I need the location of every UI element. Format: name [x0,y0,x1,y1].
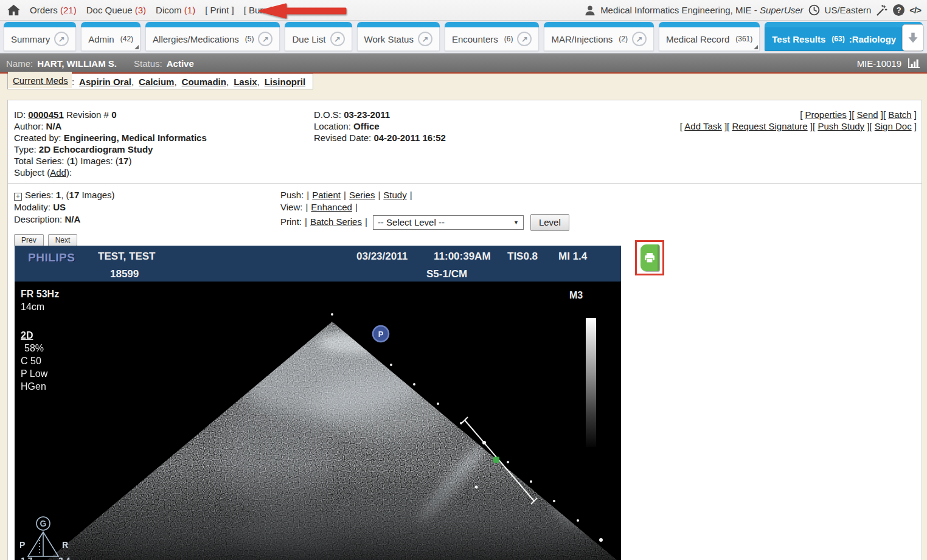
push-label: Push: [280,190,304,200]
us-tis: TIS0.8 [507,251,538,263]
clock-icon[interactable] [808,4,820,16]
expand-series-icon[interactable]: + [14,193,22,201]
document-id-link[interactable]: 0000451 [28,109,63,120]
us-compress: C 50 [21,356,41,367]
level-button[interactable]: Level [530,214,569,231]
magic-wand-icon[interactable] [876,4,888,16]
orientation-value-1: 1.7 [21,556,33,560]
down-arrow-icon [906,30,920,45]
popup-icon[interactable]: ↗ [517,32,532,46]
tab-medical-record[interactable]: Medical Record(361) [659,22,760,51]
med-link[interactable]: Lasix [234,77,260,87]
code-icon[interactable]: </> [909,5,921,15]
dicom-image-viewport[interactable]: PHILIPS TEST, TEST 18599 03/23/2011 11:0… [15,246,621,560]
request-signature-link[interactable]: Request Signature [732,121,807,131]
popup-icon[interactable]: ↗ [258,32,273,46]
tab-label: MAR/Injections [551,34,613,44]
section-divider [8,183,922,184]
images-label: Images: [80,156,113,166]
dos-label: D.O.S: [314,109,341,120]
doc-queue-link[interactable]: Doc Queue (3) [86,5,146,15]
id-label: ID: [14,109,26,120]
next-button[interactable]: Next [48,234,78,246]
popup-icon[interactable]: ↗ [330,32,345,46]
images-value: 17 [119,156,129,166]
us-mi: MI 1.4 [558,251,587,263]
revised-value: 04-20-2011 16:52 [373,133,445,143]
bar-chart-icon[interactable] [908,58,921,69]
subject-colon: : [69,167,72,178]
series-number: 1 [56,190,61,200]
tab-label: Allergies/Medications [153,34,239,44]
tab-due-list[interactable]: Due List ↗ [285,22,352,51]
document-info: ID: 0000451 Revision # 0 Author: N/A Cre… [14,109,207,178]
med-link[interactable]: Aspirin Oral [79,77,134,87]
tab-label: Encounters [452,34,498,44]
caliper-point[interactable] [493,457,499,463]
orders-count: (21) [60,5,77,15]
push-study-link[interactable]: Push Study [818,121,864,131]
burn-link[interactable]: [ Burn ] [244,5,273,15]
select-arrow-icon: ▼ [513,216,519,229]
tab-label-2: :Radiology [849,34,897,44]
push-series-link[interactable]: Series [349,190,375,200]
timezone-label: US/Eastern [825,5,872,15]
us-image-area: P G P R 1.7 3.4 [15,282,621,560]
series-label: Series: [25,190,54,200]
dicom-link[interactable]: Dicom (1) [156,5,195,15]
location-value: Office [353,121,380,131]
add-task-link[interactable]: Add Task [684,121,721,131]
med-link[interactable]: Coumadin [182,77,229,87]
grayscale-bar [586,318,596,447]
popup-icon[interactable]: ↗ [632,32,647,46]
orientation-p-label: P [19,540,25,550]
print-annotation-box [635,240,664,275]
view-enhanced-link[interactable]: Enhanced [311,202,352,212]
dos-value: 03-23-2011 [344,109,390,120]
tab-summary[interactable]: Summary ↗ [4,22,76,51]
tab-test-results-radiology[interactable]: Test Results(63):Radiology(13) [765,22,922,51]
meds-colon: : [72,77,74,87]
properties-link[interactable]: Properties [805,109,847,120]
status-label: Status: [134,58,162,69]
modality-value: US [53,202,66,212]
push-study-series-link[interactable]: Study [383,190,406,200]
tab-label: Due List [292,34,325,44]
home-icon[interactable] [7,4,20,16]
prev-button[interactable]: Prev [14,234,44,246]
print-link[interactable]: [ Print ] [205,5,234,15]
series-sep: , ( [61,190,69,200]
popup-icon[interactable]: ↗ [54,32,69,46]
tab-overflow-download-button[interactable] [902,24,924,51]
batch-link[interactable]: Batch [888,109,911,120]
author-label: Author: [14,121,43,131]
tab-mar-injections[interactable]: MAR/Injections(2) ↗ [544,22,654,51]
current-meds-strip: Current Meds: Aspirin Oral Calcium Couma… [7,74,313,89]
push-patient-link[interactable]: Patient [312,190,341,200]
series-count-suffix: Images) [79,190,114,200]
help-icon[interactable]: ? [893,4,904,16]
med-link[interactable]: Calcium [139,77,177,87]
subject-add-link[interactable]: Add [50,167,66,178]
med-link[interactable]: Lisinopril [265,77,306,87]
batch-series-link[interactable]: Batch Series [310,216,362,227]
tab-admin[interactable]: Admin(42) [81,22,141,51]
send-link[interactable]: Send [857,109,878,120]
us-mode: 2D [21,330,33,341]
user-name: Medical Informatics Engineering, MIE - S… [600,5,803,15]
top-toolbar: Orders (21) Doc Queue (3) Dicom (1) [ Pr… [0,0,927,21]
print-image-button[interactable] [641,244,659,271]
description-value: N/A [64,214,80,224]
orders-link[interactable]: Orders (21) [30,5,77,15]
sign-doc-link[interactable]: Sign Doc [875,121,912,131]
tab-encounters[interactable]: Encounters(6) ↗ [445,22,540,51]
tab-work-status[interactable]: Work Status ↗ [357,22,440,51]
revised-label: Revised Date: [314,133,371,143]
tab-allergies-medications[interactable]: Allergies/Medications(5) ↗ [145,22,280,51]
tab-label: Test Results [772,34,825,44]
popup-icon[interactable]: ↗ [418,32,432,46]
level-select[interactable]: -- Select Level --▼ [373,215,524,230]
tab-count: (6) [504,35,513,43]
created-by-value: Engineering, Medical Informatics [64,133,207,143]
current-meds-link[interactable]: Current Meds [8,72,72,88]
